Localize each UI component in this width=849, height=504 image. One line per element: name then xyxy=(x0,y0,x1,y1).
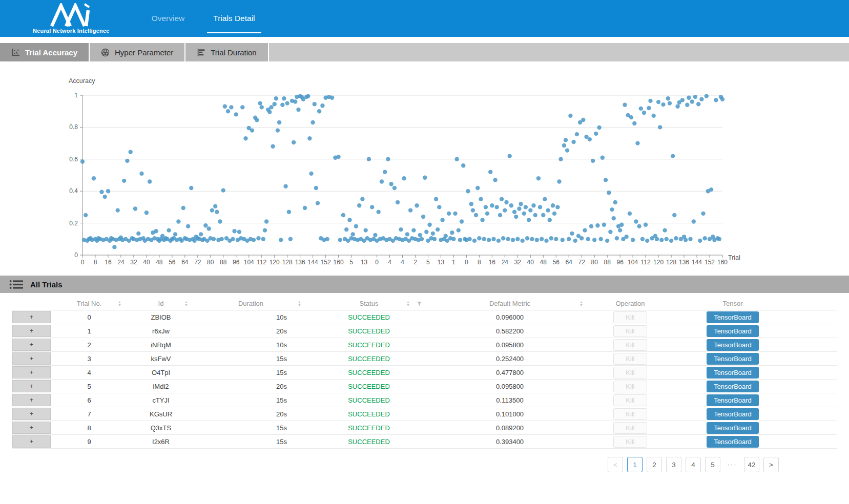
kill-button[interactable]: Kill xyxy=(613,353,647,365)
scatter-point xyxy=(243,136,247,140)
scatter-point xyxy=(586,237,590,241)
scatter-point xyxy=(496,239,501,243)
scatter-point xyxy=(215,210,219,214)
cell-status: SUCCEEDED xyxy=(307,435,430,448)
scatter-point xyxy=(512,210,516,214)
kill-button[interactable]: Kill xyxy=(613,436,647,448)
row-expand-button[interactable]: + xyxy=(12,380,51,392)
x-tick-label: 160 xyxy=(717,259,728,266)
page-button-4[interactable]: 4 xyxy=(686,457,701,472)
tensorboard-button[interactable]: TensorBoard xyxy=(707,367,759,379)
scatter-point xyxy=(575,132,579,136)
scatter-point xyxy=(223,104,227,109)
cell-status-value: SUCCEEDED xyxy=(348,410,390,418)
tab-hyper-parameter[interactable]: Hyper Parameter xyxy=(90,43,185,61)
nav-tab-overview[interactable]: Overview xyxy=(144,0,192,37)
x-tick-label: 88 xyxy=(220,259,227,266)
sort-icon[interactable]: ▲▼ xyxy=(579,301,583,307)
page-button-3[interactable]: 3 xyxy=(666,457,681,472)
scatter-plot-icon xyxy=(11,48,20,57)
x-tick-label: 152 xyxy=(321,259,331,266)
header-cell-status: Status▲▼ xyxy=(307,297,430,310)
scatter-point xyxy=(173,232,177,236)
scatter-point xyxy=(357,203,361,207)
cell-tensor: TensorBoard xyxy=(671,421,794,434)
pagination-prev-button[interactable]: < xyxy=(608,457,623,472)
scatter-point xyxy=(500,197,504,201)
cell-trial-no: 3 xyxy=(51,352,128,365)
expander-cell: + xyxy=(12,407,51,421)
tab-trial-accuracy[interactable]: Trial Accuracy xyxy=(0,43,90,61)
nav-tab-trials-detail[interactable]: Trials Detail xyxy=(206,0,262,37)
kill-button[interactable]: Kill xyxy=(613,367,647,379)
cell-id: KGsUR xyxy=(128,407,194,421)
sort-icon[interactable]: ▲▼ xyxy=(184,301,188,307)
scatter-point xyxy=(408,208,412,212)
scatter-point xyxy=(656,100,660,104)
scatter-point xyxy=(103,195,107,199)
scatter-point xyxy=(479,197,483,201)
sort-icon[interactable]: ▲▼ xyxy=(298,301,301,307)
row-expand-button[interactable]: + xyxy=(12,352,51,365)
scatter-point xyxy=(296,108,300,112)
row-expand-button[interactable]: + xyxy=(12,435,51,448)
sort-icon[interactable]: ▲▼ xyxy=(406,301,410,307)
row-expand-button[interactable]: + xyxy=(12,339,51,351)
scatter-point xyxy=(495,205,499,209)
row-expand-button[interactable]: + xyxy=(12,325,51,337)
cell-spacer xyxy=(794,338,837,351)
row-expand-button[interactable]: + xyxy=(12,422,51,434)
kill-button[interactable]: Kill xyxy=(613,394,647,406)
page-button-42[interactable]: 42 xyxy=(744,457,759,472)
filter-icon[interactable] xyxy=(417,301,422,306)
kill-button[interactable]: Kill xyxy=(613,422,647,434)
header-cell-default-metric: Default Metric▲▼ xyxy=(430,297,589,310)
tensorboard-button[interactable]: TensorBoard xyxy=(707,381,759,392)
x-tick-label: 96 xyxy=(616,259,624,266)
row-expand-button[interactable]: + xyxy=(12,394,51,406)
tensorboard-button[interactable]: TensorBoard xyxy=(707,394,759,406)
kill-button[interactable]: Kill xyxy=(613,381,647,392)
cell-trial-no-value: 1 xyxy=(87,327,91,335)
scatter-point xyxy=(181,206,185,210)
scatter-point xyxy=(273,102,277,106)
tensorboard-button[interactable]: TensorBoard xyxy=(707,422,759,434)
scatter-point xyxy=(668,101,672,105)
row-expand-button[interactable]: + xyxy=(12,311,51,323)
scatter-point xyxy=(317,109,321,113)
tensorboard-button[interactable]: TensorBoard xyxy=(707,325,759,337)
tab-trial-duration[interactable]: Trial Duration xyxy=(185,43,268,61)
scatter-point xyxy=(437,205,441,209)
cell-default-metric: 0.252400 xyxy=(430,352,589,365)
scatter-point xyxy=(511,238,515,242)
sort-icon[interactable]: ▲▼ xyxy=(118,301,121,307)
kill-button[interactable]: Kill xyxy=(613,408,647,420)
cell-trial-no-value: 3 xyxy=(87,355,91,363)
page-button-1[interactable]: 1 xyxy=(627,457,643,472)
tensorboard-button[interactable]: TensorBoard xyxy=(707,408,759,420)
scatter-point xyxy=(562,143,566,148)
page-button-5[interactable]: 5 xyxy=(705,457,720,472)
scatter-point xyxy=(613,200,617,204)
row-expand-button[interactable]: + xyxy=(12,408,51,420)
kill-button[interactable]: Kill xyxy=(613,325,647,337)
cell-default-metric: 0.582200 xyxy=(430,324,589,338)
kill-button[interactable]: Kill xyxy=(613,339,647,351)
cell-default-metric: 0.095800 xyxy=(430,338,589,351)
cell-id: ZBIOB xyxy=(128,310,194,324)
cell-duration: 15s xyxy=(194,435,307,448)
tensorboard-button[interactable]: TensorBoard xyxy=(707,339,759,351)
header-cell-duration: Duration▲▼ xyxy=(194,297,307,310)
kill-button[interactable]: Kill xyxy=(613,311,647,323)
cell-operation: Kill xyxy=(589,324,671,338)
page-button-2[interactable]: 2 xyxy=(647,457,662,472)
cell-default-metric: 0.477800 xyxy=(430,366,589,379)
cell-trial-no: 7 xyxy=(51,407,128,421)
tensorboard-button[interactable]: TensorBoard xyxy=(707,436,759,448)
x-tick-label: 80 xyxy=(207,259,214,266)
pagination-next-button[interactable]: > xyxy=(763,457,779,472)
tensorboard-button[interactable]: TensorBoard xyxy=(707,353,759,365)
row-expand-button[interactable]: + xyxy=(12,366,51,379)
tensorboard-button[interactable]: TensorBoard xyxy=(707,311,759,323)
cell-default-metric-value: 0.095800 xyxy=(496,383,524,390)
